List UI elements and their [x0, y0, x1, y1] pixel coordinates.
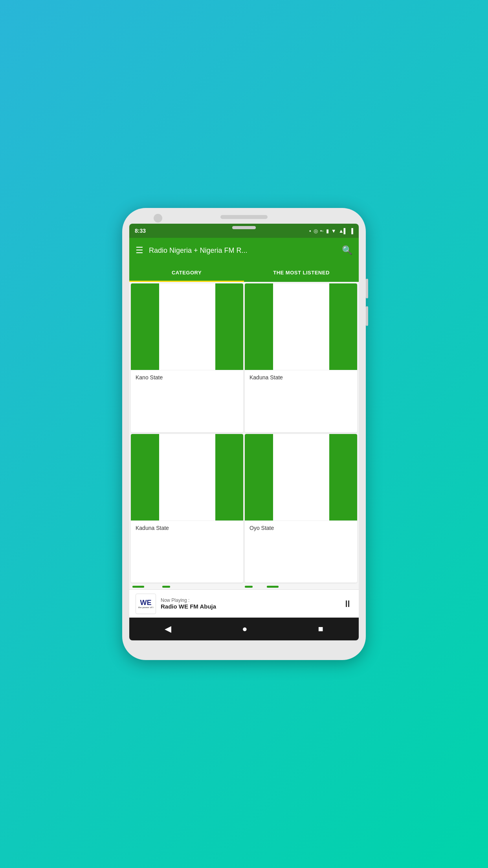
- tab-category-label: CATEGORY: [172, 270, 202, 276]
- progress-bar-2: [162, 586, 170, 588]
- list-item[interactable]: Oyo State: [245, 434, 357, 583]
- search-icon[interactable]: 🔍: [342, 245, 352, 256]
- battery-icon: ▐: [350, 228, 353, 234]
- station-logo: WE the power of i: [136, 594, 156, 614]
- now-playing-bar: WE the power of i Now Playing : Radio WE…: [129, 589, 359, 618]
- phone-shell: 8:33 ▪ ◎ •◦ ▮ ▼ ▲▌ ▐ ☰ Radio Nigeria + N…: [122, 208, 366, 660]
- list-item[interactable]: Kaduna State: [131, 434, 243, 583]
- back-button[interactable]: ◀: [165, 624, 171, 634]
- flag-stripe-right: [215, 283, 244, 370]
- storage-icon: ▮: [326, 228, 329, 234]
- progress-bar-3: [245, 586, 253, 588]
- card-label-kano: Kano State: [131, 370, 243, 384]
- side-button-top: [366, 279, 368, 298]
- flag-stripe-center: [159, 434, 215, 520]
- card-image-kaduna2: [131, 434, 243, 520]
- home-button[interactable]: ●: [242, 624, 247, 634]
- flag-stripe-center: [159, 283, 215, 370]
- tabs: CATEGORY THE MOST LISTENED: [129, 263, 359, 282]
- content-area: Kano State Kaduna State: [129, 282, 359, 589]
- flag-stripe-left: [131, 283, 159, 370]
- flag-stripe-right: [215, 434, 244, 520]
- side-button-mid: [366, 306, 368, 326]
- nigeria-flag: [245, 434, 357, 520]
- now-playing-info: Now Playing : Radio WE FM Abuja: [161, 598, 338, 610]
- tab-most-listened-label: THE MOST LISTENED: [273, 270, 330, 276]
- flag-stripe-right: [329, 283, 358, 370]
- app-title: Radio Nigeria + Nigeria FM R...: [149, 246, 336, 255]
- list-item[interactable]: Kano State: [131, 283, 243, 432]
- screen: 8:33 ▪ ◎ •◦ ▮ ▼ ▲▌ ▐ ☰ Radio Nigeria + N…: [129, 224, 359, 640]
- signal-dots-icon: •◦: [320, 228, 324, 234]
- nigeria-flag: [131, 283, 243, 370]
- nigeria-flag: [131, 434, 243, 520]
- phone-speaker: [220, 215, 268, 219]
- pause-button[interactable]: ⏸: [343, 598, 352, 609]
- status-time: 8:33: [135, 228, 146, 234]
- nav-bar: ◀ ● ■: [129, 618, 359, 640]
- now-playing-label: Now Playing :: [161, 598, 338, 603]
- now-playing-station: Radio WE FM Abuja: [161, 603, 338, 610]
- menu-icon[interactable]: ☰: [136, 245, 143, 256]
- progress-bar-4: [267, 586, 279, 588]
- card-image-kano: [131, 283, 243, 370]
- list-item[interactable]: Kaduna State: [245, 283, 357, 432]
- phone-btn: [232, 226, 256, 229]
- flag-stripe-right: [329, 434, 358, 520]
- sync-icon: ◎: [314, 228, 318, 234]
- card-image-kaduna1: [245, 283, 357, 370]
- flag-stripe-left: [131, 434, 159, 520]
- card-label-oyo: Oyo State: [245, 520, 357, 535]
- logo-sub-text: the power of i: [138, 606, 154, 609]
- signal-bars-icon: ▲▌: [339, 228, 347, 234]
- flag-stripe-center: [273, 283, 329, 370]
- phone-camera: [154, 214, 162, 223]
- flag-stripe-left: [245, 283, 273, 370]
- progress-bar-1: [132, 586, 144, 588]
- tab-most-listened[interactable]: THE MOST LISTENED: [244, 263, 359, 282]
- wifi-icon: ▼: [331, 228, 336, 234]
- flag-stripe-center: [273, 434, 329, 520]
- logo-we-text: WE: [140, 599, 152, 606]
- progress-bars: [129, 584, 359, 589]
- tab-category[interactable]: CATEGORY: [129, 263, 244, 282]
- flag-stripe-left: [245, 434, 273, 520]
- nigeria-flag: [245, 283, 357, 370]
- card-image-oyo: [245, 434, 357, 520]
- recent-button[interactable]: ■: [318, 624, 323, 634]
- notification-icon: ▪: [309, 228, 311, 234]
- category-grid: Kano State Kaduna State: [129, 282, 359, 584]
- card-label-kaduna2: Kaduna State: [131, 520, 243, 535]
- card-label-kaduna1: Kaduna State: [245, 370, 357, 384]
- app-bar: ☰ Radio Nigeria + Nigeria FM R... 🔍: [129, 238, 359, 263]
- status-icons: ▪ ◎ •◦ ▮ ▼ ▲▌ ▐: [309, 228, 353, 234]
